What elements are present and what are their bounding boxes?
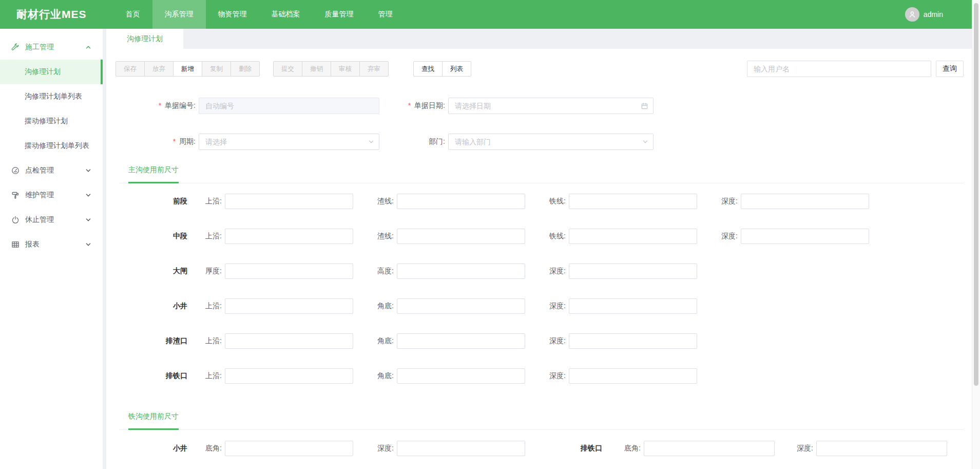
dimension-input[interactable] xyxy=(225,264,353,279)
dimension-label: 深度: xyxy=(775,444,816,453)
app-logo: 耐材行业MES xyxy=(0,7,104,22)
dimension-row: 排铁口上沿:角底:深度: xyxy=(116,368,972,384)
dimension-label: 角底: xyxy=(353,302,397,311)
field-input[interactable] xyxy=(448,98,654,114)
row-name: 小井 xyxy=(116,444,187,453)
dimension-label: 铁线: xyxy=(525,232,569,241)
section-body: 小井底角:深度:排铁口底角:深度: xyxy=(116,441,972,469)
toolbar-button[interactable]: 审核 xyxy=(331,61,360,77)
search-input[interactable] xyxy=(747,61,931,77)
dimension-input[interactable] xyxy=(225,194,353,209)
header-user-area[interactable]: admin xyxy=(905,7,972,22)
section-header: 主沟使用前尺寸 xyxy=(119,164,964,183)
dimension-input[interactable] xyxy=(397,333,525,349)
toolbar-button[interactable]: 放弃 xyxy=(144,61,174,77)
toolbar-button[interactable]: 保存 xyxy=(116,61,145,77)
row-name: 中段 xyxy=(116,232,187,241)
nav-item-1[interactable]: 首页 xyxy=(113,0,152,29)
dimension-input[interactable] xyxy=(569,194,697,209)
dimension-label: 渣线: xyxy=(353,197,397,206)
sidebar-item-1-4[interactable]: 摆动修理计划单列表 xyxy=(0,134,103,158)
dimension-label: 底角: xyxy=(602,444,644,453)
toolbar: 保存放弃新增复制删除提交撤销审核弃审查找列表 查询 xyxy=(106,61,972,77)
dimension-input[interactable] xyxy=(397,368,525,384)
toolbar-button[interactable]: 新增 xyxy=(173,61,202,77)
dimension-input[interactable] xyxy=(569,368,697,384)
dimension-label: 高度: xyxy=(353,267,397,276)
row-name: 小井 xyxy=(116,302,187,311)
toolbar-button-groups: 保存放弃新增复制删除提交撤销审核弃审查找列表 xyxy=(116,61,471,77)
user-avatar[interactable] xyxy=(905,7,919,22)
dimension-input[interactable] xyxy=(741,194,869,209)
sidebar-item-1-3[interactable]: 摆动修理计划 xyxy=(0,109,103,134)
field-input[interactable] xyxy=(199,134,379,150)
chevron-down-icon xyxy=(85,192,91,198)
dimension-input[interactable] xyxy=(569,229,697,244)
tab-bar: 沟修理计划 xyxy=(106,29,972,49)
sidebar-group-5[interactable]: 报表 xyxy=(0,232,103,257)
app-window: 耐材行业MES 首页沟系管理物资管理基础档案质量管理管理 admin 施工管理沟… xyxy=(0,0,980,469)
top-header: 耐材行业MES 首页沟系管理物资管理基础档案质量管理管理 admin xyxy=(0,0,972,29)
dimension-label: 上沿: xyxy=(187,336,225,346)
tab-gouxiulijihua[interactable]: 沟修理计划 xyxy=(106,29,183,49)
dimension-input[interactable] xyxy=(644,441,775,456)
nav-item-6[interactable]: 管理 xyxy=(366,0,405,29)
dimension-input[interactable] xyxy=(741,229,869,244)
dimension-input[interactable] xyxy=(569,298,697,314)
nav-item-3[interactable]: 物资管理 xyxy=(206,0,259,29)
dimension-input[interactable] xyxy=(225,368,353,384)
field-input[interactable] xyxy=(199,98,379,114)
sidebar-group-label: 施工管理 xyxy=(25,43,54,52)
dimension-input[interactable] xyxy=(397,264,525,279)
dimension-input[interactable] xyxy=(397,229,525,244)
toolbar-button[interactable]: 弃审 xyxy=(359,61,389,77)
input-wrapper xyxy=(199,134,379,150)
sidebar-item-1-2[interactable]: 沟修理计划单列表 xyxy=(0,84,103,109)
sidebar-group-2[interactable]: 点检管理 xyxy=(0,158,103,183)
required-marker: * xyxy=(159,101,161,109)
scrollbar-thumb[interactable] xyxy=(974,3,978,386)
dimension-input[interactable] xyxy=(225,441,353,456)
dimension-input[interactable] xyxy=(397,298,525,314)
dimension-label: 深度: xyxy=(353,444,397,453)
dimension-input[interactable] xyxy=(569,333,697,349)
dimension-input[interactable] xyxy=(816,441,947,456)
toolbar-button[interactable]: 删除 xyxy=(230,61,260,77)
form-field: * 单据编号: xyxy=(116,98,379,114)
dimension-input[interactable] xyxy=(397,194,525,209)
vertical-scrollbar[interactable] xyxy=(972,0,980,469)
nav-item-2[interactable]: 沟系管理 xyxy=(152,0,206,29)
form-field: * 单据日期: xyxy=(379,98,654,114)
dimension-label: 角底: xyxy=(353,371,397,381)
row-name: 排铁口 xyxy=(525,444,602,453)
dimension-input[interactable] xyxy=(225,333,353,349)
sidebar-group-4[interactable]: 休止管理 xyxy=(0,208,103,232)
toolbar-button[interactable]: 撤销 xyxy=(302,61,331,77)
dimension-input[interactable] xyxy=(569,264,697,279)
chevron-up-icon xyxy=(85,44,91,50)
sidebar-group-3[interactable]: 维护管理 xyxy=(0,183,103,208)
input-wrapper xyxy=(448,134,654,150)
toolbar-button[interactable]: 提交 xyxy=(273,61,302,77)
dimension-input[interactable] xyxy=(225,229,353,244)
dimension-label: 底角: xyxy=(187,444,225,453)
toolbar-button[interactable]: 查找 xyxy=(413,61,443,77)
dimension-label: 上沿: xyxy=(187,232,225,241)
nav-item-5[interactable]: 质量管理 xyxy=(313,0,366,29)
sidebar: 施工管理沟修理计划沟修理计划单列表摆动修理计划摆动修理计划单列表点检管理维护管理… xyxy=(0,29,103,469)
sidebar-item-1-1[interactable]: 沟修理计划 xyxy=(0,60,103,84)
query-button[interactable]: 查询 xyxy=(936,61,964,77)
section-body: 前段上沿:渣线:铁线:深度:中段上沿:渣线:铁线:深度:大闸厚度:高度:深度:小… xyxy=(116,194,972,384)
dimension-label: 深度: xyxy=(697,197,741,206)
dimension-input[interactable] xyxy=(225,298,353,314)
toolbar-button[interactable]: 复制 xyxy=(202,61,231,77)
sidebar-group-1[interactable]: 施工管理 xyxy=(0,35,103,60)
sidebar-group-label: 报表 xyxy=(25,240,40,249)
field-label: * 单据编号: xyxy=(116,101,199,110)
dimension-label: 铁线: xyxy=(525,197,569,206)
field-input[interactable] xyxy=(448,134,654,150)
dimension-input[interactable] xyxy=(397,441,525,456)
toolbar-button[interactable]: 列表 xyxy=(442,61,471,77)
nav-item-4[interactable]: 基础档案 xyxy=(259,0,313,29)
dimension-row: 排渣口上沿:角底:深度: xyxy=(116,333,972,349)
